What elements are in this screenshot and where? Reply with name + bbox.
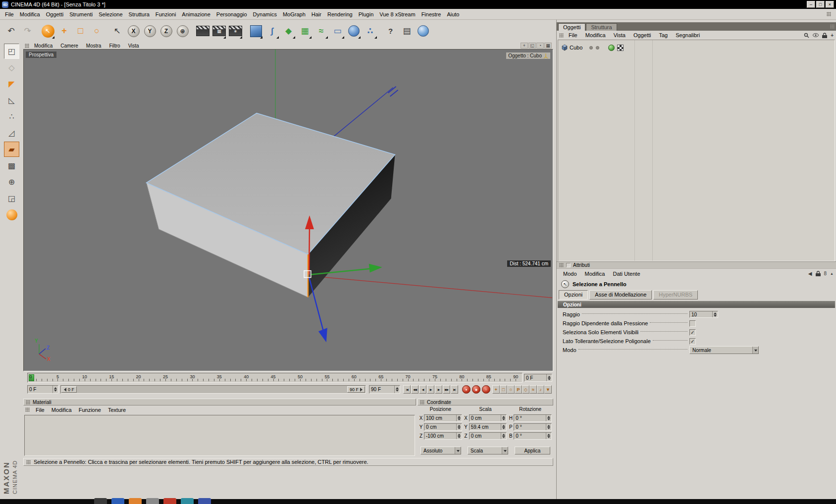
menu-personaggio[interactable]: Personaggio [213, 11, 250, 18]
view-zoom-icon[interactable]: ◱ [528, 43, 536, 49]
render-settings-button[interactable]: ∗ [227, 21, 244, 41]
add-nurbs-button[interactable]: ◆ [280, 21, 297, 41]
add-environment-button[interactable] [346, 21, 362, 41]
raggio-field[interactable]: 10 [689, 311, 718, 318]
om-menu-oggetti[interactable]: Oggetti [629, 32, 655, 38]
viewport-drag-handle[interactable] [25, 44, 29, 48]
object-row-cubo[interactable]: Cubo [561, 44, 833, 51]
autokeying-button[interactable]: ◉ [472, 385, 480, 394]
gizmo-origin-handle[interactable] [304, 271, 311, 278]
materials-list[interactable] [24, 415, 415, 456]
add-spline-button[interactable]: ∫ [264, 21, 280, 41]
object-axis-mode-button[interactable]: ⊕ [4, 174, 19, 190]
stepper-icon[interactable] [52, 386, 58, 393]
om-menu-vista[interactable]: Vista [610, 32, 629, 38]
stepper-icon[interactable] [456, 415, 462, 421]
drag-handle-icon[interactable] [26, 400, 30, 404]
eye-icon[interactable] [813, 33, 819, 37]
taskbar-item-1[interactable] [94, 498, 107, 504]
menubar-grip-icon[interactable] [827, 12, 831, 16]
add-cube-button[interactable] [248, 21, 264, 41]
render-view-button[interactable] [195, 21, 211, 41]
minimize-button[interactable]: – [807, 1, 815, 8]
make-editable-button[interactable]: ◰ [4, 44, 19, 59]
tab-oggetti[interactable]: Oggetti [558, 23, 585, 31]
record-keyframe-button[interactable]: ● [462, 385, 470, 394]
lock-icon[interactable] [816, 271, 821, 276]
add-modeling-object-button[interactable]: ▦ [297, 21, 313, 41]
range-slider-track[interactable] [77, 386, 347, 393]
previous-key-button[interactable]: ◀◀ [411, 385, 418, 394]
points-mode-button[interactable]: ∴ [4, 109, 19, 124]
am-menu-modo[interactable]: Modo [559, 271, 581, 277]
range-slider-left-handle[interactable]: 0 F [61, 386, 77, 393]
goto-start-button[interactable]: |◀ [403, 385, 411, 394]
drag-handle-icon[interactable] [420, 400, 424, 404]
lock-x-axis-button[interactable]: X [125, 21, 142, 41]
om-menu-segnalibri[interactable]: Segnalibri [672, 32, 704, 38]
attributes-titlebar[interactable]: Attributi [557, 261, 836, 269]
add-deformer-button[interactable]: ≈ [313, 21, 329, 41]
apply-button[interactable]: Applica [515, 447, 550, 454]
history-back-icon[interactable]: ◀ [808, 271, 812, 276]
object-name[interactable]: Cubo [570, 45, 582, 50]
menu-animazione[interactable]: Animazione [179, 11, 213, 18]
materials-menu-funzione[interactable]: Funzione [75, 407, 104, 413]
view-pan-icon[interactable]: + [521, 43, 528, 49]
workplane-mode-button[interactable]: ◺ [4, 93, 19, 108]
om-menu-file[interactable]: File [565, 32, 581, 38]
add-particles-button[interactable]: ∴ [362, 21, 378, 41]
compare-icon[interactable]: 8 [824, 271, 827, 276]
view-label[interactable]: Prospettiva [26, 51, 56, 58]
materials-menu-file[interactable]: File [32, 407, 48, 413]
next-frame-button[interactable]: ▶ [435, 385, 442, 394]
materials-menu-texture[interactable]: Texture [104, 407, 129, 413]
taskbar-item-5[interactable] [163, 498, 176, 504]
stepper-icon[interactable] [394, 386, 400, 393]
stepper-icon[interactable] [501, 433, 506, 439]
record-selection-button[interactable]: ○ [482, 385, 490, 394]
texture-mode-button[interactable]: ▩ [4, 158, 19, 173]
menu-modifica[interactable]: Modifica [17, 11, 43, 18]
stepper-icon[interactable] [546, 433, 551, 439]
tab-struttura[interactable]: Struttura [586, 23, 617, 31]
panel-menu-icon[interactable] [830, 24, 835, 29]
am-menu-dati-utente[interactable]: Dati Utente [609, 271, 644, 277]
lock-icon[interactable] [822, 33, 827, 38]
tolerant-checkbox[interactable]: ✓ [689, 338, 696, 345]
current-frame-field[interactable]: 0 F [524, 374, 552, 382]
stepper-icon[interactable] [456, 424, 462, 430]
stepper-icon[interactable] [501, 424, 506, 430]
editor-visibility-dot[interactable] [589, 46, 593, 50]
range-slider-right-handle[interactable]: 90 F [347, 386, 365, 393]
visible-only-checkbox[interactable]: ✓ [689, 329, 696, 336]
drag-handle-icon[interactable] [25, 407, 30, 412]
windows-taskbar[interactable] [0, 499, 836, 504]
texture-axis-mode-button[interactable]: ◤ [4, 76, 19, 92]
live-selection-tool[interactable]: ↖ [40, 21, 56, 41]
pressure-checkbox[interactable] [689, 320, 696, 327]
lock-z-axis-button[interactable]: Z [158, 21, 174, 41]
stepper-icon[interactable] [456, 433, 462, 439]
menu-hair[interactable]: Hair [309, 11, 324, 18]
viewport[interactable]: Prospettiva Oggetto : Cubo Dist : 524.74… [23, 49, 553, 371]
om-menu-tag[interactable]: Tag [655, 32, 672, 38]
am-menu-modifica[interactable]: Modifica [581, 271, 609, 277]
lock-y-axis-button[interactable]: Y [142, 21, 158, 41]
view-rotate-icon[interactable]: ◔ [536, 43, 544, 49]
scala-x-field[interactable]: 0 cm [469, 414, 507, 422]
menu-aiuto[interactable]: Aiuto [444, 11, 462, 18]
menu-vue-8-xstream[interactable]: Vue 8 xStream [376, 11, 418, 18]
render-region-button[interactable] [4, 207, 19, 222]
polygons-mode-button[interactable]: ▰ [4, 142, 19, 157]
taskbar-item-2[interactable] [111, 498, 124, 504]
undo-button[interactable]: ↶ [3, 21, 19, 41]
next-key-button[interactable]: ▶▶ [443, 385, 450, 394]
key-scale-toggle[interactable]: □ [500, 385, 507, 394]
rotazione-p-field[interactable]: 0 ° [514, 423, 552, 431]
menu-finestre[interactable]: Finestre [418, 11, 444, 18]
move-tool[interactable]: + [56, 21, 72, 41]
taskbar-item-3[interactable] [129, 498, 142, 504]
key-parameter-toggle[interactable]: P [515, 385, 522, 394]
rotate-tool[interactable]: ○ [89, 21, 105, 41]
